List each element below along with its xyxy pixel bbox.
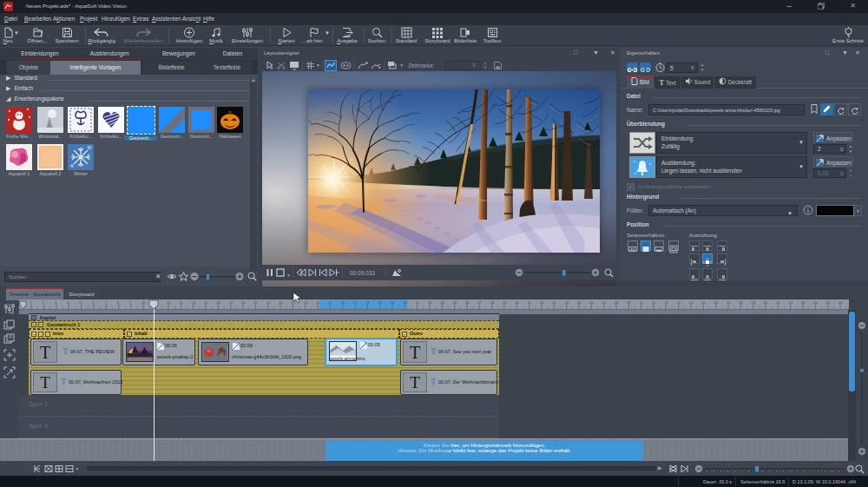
svg-text:4: 4 — [67, 300, 69, 305]
svg-text:3: 3 — [55, 300, 57, 305]
svg-text:46: 46 — [589, 300, 594, 305]
svg-text:53: 53 — [677, 300, 681, 305]
svg-text:62: 62 — [789, 300, 793, 305]
svg-text:27: 27 — [353, 300, 358, 305]
svg-text:38: 38 — [490, 300, 495, 305]
svg-text:40: 40 — [515, 300, 519, 305]
svg-text:8: 8 — [117, 300, 120, 305]
svg-text:32: 32 — [416, 300, 420, 305]
svg-text:7: 7 — [104, 300, 107, 305]
svg-text:39: 39 — [503, 300, 507, 305]
svg-text:37: 37 — [477, 300, 482, 305]
svg-text:24: 24 — [316, 300, 320, 305]
svg-text:25: 25 — [328, 300, 332, 305]
svg-text:28: 28 — [365, 300, 370, 305]
svg-text:56: 56 — [714, 300, 719, 305]
svg-text:16: 16 — [216, 300, 220, 305]
svg-text:20: 20 — [266, 300, 271, 305]
svg-text:54: 54 — [689, 300, 694, 305]
svg-text:59: 59 — [752, 300, 756, 305]
svg-text:33: 33 — [428, 300, 432, 305]
svg-text:48: 48 — [615, 300, 619, 305]
svg-text:9: 9 — [129, 300, 132, 305]
svg-text:58: 58 — [739, 300, 743, 305]
svg-text:19: 19 — [253, 300, 258, 305]
svg-text:18: 18 — [241, 300, 246, 305]
svg-text:1: 1 — [30, 300, 32, 305]
svg-text:42: 42 — [540, 300, 544, 305]
svg-text:26: 26 — [341, 300, 345, 305]
svg-text:5: 5 — [80, 300, 82, 305]
svg-text:10: 10 — [141, 300, 146, 305]
svg-text:12: 12 — [167, 300, 171, 305]
svg-text:49: 49 — [627, 300, 631, 305]
svg-text:55: 55 — [701, 300, 706, 305]
svg-text:63: 63 — [801, 300, 806, 305]
svg-text:15: 15 — [204, 300, 208, 305]
svg-text:34: 34 — [440, 300, 444, 305]
svg-text:44: 44 — [565, 300, 569, 305]
svg-text:61: 61 — [776, 300, 780, 305]
svg-text:43: 43 — [552, 300, 556, 305]
svg-text:2: 2 — [43, 300, 45, 305]
svg-text:50: 50 — [640, 300, 644, 305]
svg-text:41: 41 — [528, 300, 532, 305]
svg-text:65: 65 — [826, 300, 831, 305]
svg-text:21: 21 — [279, 300, 283, 305]
svg-text:31: 31 — [403, 300, 407, 305]
svg-text:66: 66 — [838, 300, 843, 305]
svg-text:6: 6 — [92, 300, 95, 305]
svg-text:45: 45 — [577, 300, 582, 305]
svg-text:64: 64 — [813, 300, 818, 305]
svg-text:57: 57 — [727, 300, 731, 305]
svg-text:29: 29 — [378, 300, 383, 305]
svg-text:51: 51 — [652, 300, 656, 305]
svg-text:60: 60 — [764, 300, 768, 305]
svg-text:17: 17 — [229, 300, 233, 305]
svg-text:14: 14 — [192, 300, 196, 305]
svg-text:35: 35 — [453, 300, 457, 305]
svg-text:36: 36 — [465, 300, 470, 305]
svg-text:47: 47 — [602, 300, 607, 305]
svg-text:30: 30 — [391, 300, 395, 305]
svg-text:13: 13 — [179, 300, 183, 305]
svg-text:52: 52 — [664, 300, 668, 305]
svg-text:23: 23 — [304, 300, 308, 305]
